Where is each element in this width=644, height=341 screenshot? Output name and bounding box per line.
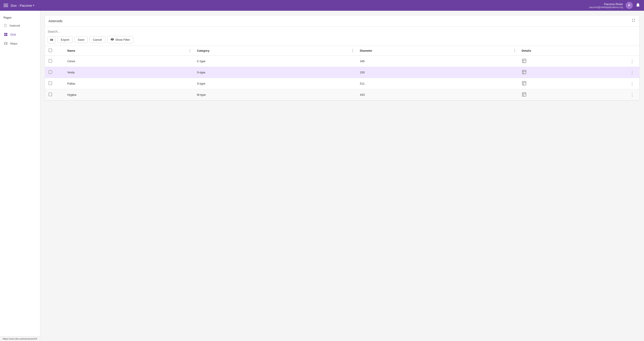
sidebar-section-title: Pages — [0, 14, 40, 21]
user-email: pacome@reliefapplications.org — [589, 6, 623, 9]
table-row: Vesta S-type 150 ⋮ — [45, 67, 639, 78]
header-right: Pacome Rivier pacome@reliefapplications.… — [589, 2, 640, 9]
chevron-down-icon: ▾ — [33, 4, 34, 7]
diameter-column-menu-icon[interactable]: ⋮ — [513, 49, 516, 53]
bell-icon[interactable] — [636, 3, 640, 9]
row-checkbox[interactable] — [48, 82, 52, 85]
svg-rect-6 — [522, 82, 526, 85]
table-row: Ceres C-type 345 ⋮ — [45, 56, 639, 67]
sidebar-item-maps[interactable]: Maps — [0, 39, 40, 48]
show-filter-button[interactable]: Show Filter — [107, 36, 133, 44]
row-name: Ceres — [64, 56, 194, 67]
th-diameter: Diameter ⋮ — [357, 46, 519, 56]
sidebar-label-asteroid: Asteroid — [10, 24, 20, 27]
select-all-checkbox[interactable] — [48, 49, 52, 52]
row-select-cell — [56, 78, 64, 89]
table-body: Ceres C-type 345 ⋮ Vesta S-type 150 — [45, 56, 639, 101]
avatar[interactable]: P — [626, 2, 633, 9]
row-details[interactable] — [519, 67, 625, 78]
sidebar-item-asteroid[interactable]: Asteroid — [0, 21, 40, 30]
panel-title: Asteroids — [48, 19, 62, 23]
header-left: Doc - Pacome ▾ — [4, 4, 34, 8]
hamburger-icon[interactable] — [4, 4, 8, 7]
table-header-row: Name ⋮ Category ⋮ — [45, 46, 639, 56]
export-button[interactable]: Export — [58, 37, 73, 43]
row-diameter: 511 — [357, 78, 519, 89]
row-category: S-type — [194, 78, 357, 89]
row-select-cell — [56, 67, 64, 78]
row-checkbox-cell — [45, 89, 56, 101]
row-category: M-type — [194, 89, 357, 101]
details-icon[interactable] — [522, 58, 526, 63]
category-column-menu-icon[interactable]: ⋮ — [351, 49, 354, 53]
row-diameter: 150 — [357, 67, 519, 78]
sidebar-item-grid[interactable]: Grid — [0, 30, 40, 39]
toolbar: Export Save Cancel Show Filter — [45, 27, 639, 46]
user-name: Pacome Rivier — [589, 3, 623, 6]
top-header: Doc - Pacome ▾ Pacome Rivier pacome@reli… — [0, 0, 644, 11]
table-row: Pallas S-type 511 ⋮ — [45, 78, 639, 89]
row-menu-icon[interactable]: ⋮ — [628, 59, 636, 64]
row-select-cell — [56, 89, 64, 101]
eye-icon — [110, 38, 114, 42]
panel-header: Asteroids — [45, 16, 639, 27]
sidebar: Pages Asteroid Grid Maps — [0, 11, 40, 341]
table-row: Hygiea M-type 433 ⋮ — [45, 89, 639, 101]
status-url: https://oort-dev.oortcloud.tech/# — [3, 337, 37, 340]
document-icon — [4, 23, 7, 28]
details-icon[interactable] — [522, 81, 526, 86]
row-checkbox[interactable] — [48, 70, 52, 74]
row-details[interactable] — [519, 56, 625, 67]
main-content: Asteroids Export Save Cancel — [40, 11, 644, 341]
row-details[interactable] — [519, 78, 625, 89]
columns-button[interactable] — [48, 36, 56, 44]
row-checkbox-cell — [45, 67, 56, 78]
th-checkbox — [45, 46, 56, 56]
th-row-select — [56, 46, 64, 56]
row-name: Hygiea — [64, 89, 194, 101]
status-bar: https://oort-dev.oortcloud.tech/# — [0, 336, 40, 341]
save-button[interactable]: Save — [74, 37, 88, 43]
asteroids-table: Name ⋮ Category ⋮ — [45, 46, 639, 101]
th-category: Category ⋮ — [194, 46, 357, 56]
row-category: C-type — [194, 56, 357, 67]
row-details[interactable] — [519, 89, 625, 101]
details-icon[interactable] — [522, 92, 526, 97]
sidebar-label-grid: Grid — [10, 33, 16, 36]
row-menu-icon[interactable]: ⋮ — [628, 70, 636, 75]
name-column-menu-icon[interactable]: ⋮ — [188, 49, 192, 53]
row-actions[interactable]: ⋮ — [625, 67, 639, 78]
row-category: S-type — [194, 67, 357, 78]
search-input[interactable] — [48, 29, 636, 34]
sidebar-label-maps: Maps — [10, 42, 18, 45]
th-actions — [625, 46, 639, 56]
row-checkbox-cell — [45, 78, 56, 89]
row-menu-icon[interactable]: ⋮ — [628, 81, 636, 86]
row-diameter: 345 — [357, 56, 519, 67]
expand-icon[interactable] — [631, 18, 636, 24]
row-select-cell — [56, 56, 64, 67]
app-title[interactable]: Doc - Pacome ▾ — [11, 4, 34, 8]
row-name: Pallas — [64, 78, 194, 89]
grid-icon — [4, 32, 8, 37]
asteroids-panel: Asteroids Export Save Cancel — [45, 15, 640, 101]
th-name: Name ⋮ — [64, 46, 194, 56]
maps-icon — [4, 41, 8, 46]
row-checkbox[interactable] — [48, 93, 52, 96]
svg-rect-3 — [522, 70, 526, 74]
app-title-text: Doc - Pacome — [11, 4, 32, 8]
details-icon[interactable] — [522, 70, 526, 75]
row-actions[interactable]: ⋮ — [625, 89, 639, 101]
row-checkbox[interactable] — [48, 59, 52, 63]
user-info: Pacome Rivier pacome@reliefapplications.… — [589, 3, 623, 9]
table-container: Name ⋮ Category ⋮ — [45, 46, 639, 101]
th-details: Details — [519, 46, 625, 56]
row-menu-icon[interactable]: ⋮ — [628, 92, 636, 97]
layout: Pages Asteroid Grid Maps Asteroids — [0, 11, 644, 341]
row-actions[interactable]: ⋮ — [625, 56, 639, 67]
show-filter-label: Show Filter — [116, 38, 130, 41]
toolbar-actions: Export Save Cancel Show Filter — [48, 36, 636, 44]
cancel-button[interactable]: Cancel — [90, 37, 105, 43]
row-diameter: 433 — [357, 89, 519, 101]
row-actions[interactable]: ⋮ — [625, 78, 639, 89]
